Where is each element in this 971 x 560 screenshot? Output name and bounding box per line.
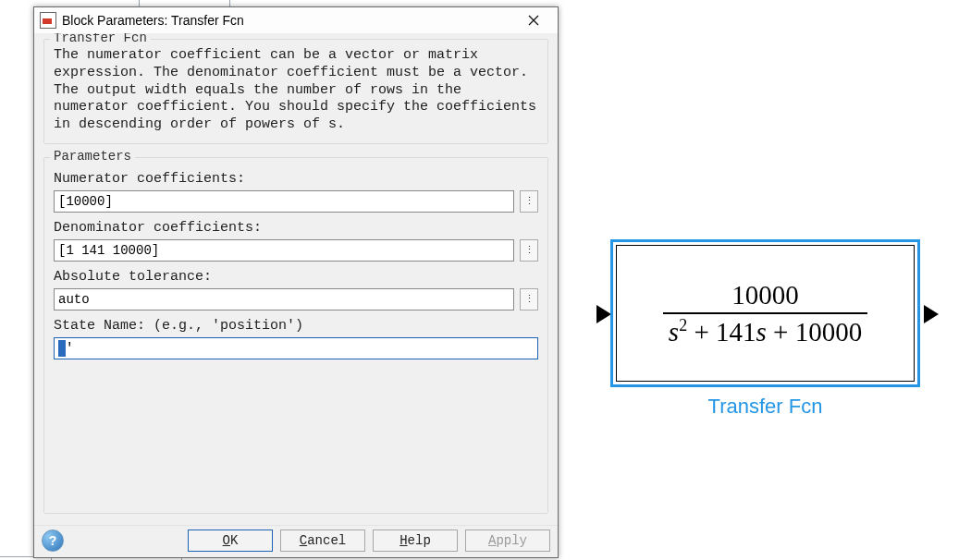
text-cursor-icon xyxy=(58,340,66,357)
numerator-input[interactable] xyxy=(54,190,514,213)
transfer-fcn-block[interactable]: 10000 s2 + 141s + 10000 xyxy=(610,239,920,387)
dialog-body: Transfer Fcn The numerator coefficient c… xyxy=(34,33,558,521)
abstol-label: Absolute tolerance: xyxy=(54,269,538,285)
block-output-port-icon[interactable] xyxy=(924,305,939,323)
numerator-more-button[interactable]: ⋮ xyxy=(520,190,538,213)
denominator-label: Denominator coefficients: xyxy=(54,220,538,236)
parameters-legend: Parameters xyxy=(50,149,135,164)
tf-numerator: 10000 xyxy=(722,280,808,312)
simulink-block-icon xyxy=(40,12,56,29)
apply-button[interactable]: Apply xyxy=(465,530,550,552)
numerator-label: Numerator coefficients: xyxy=(54,171,538,187)
ok-button[interactable]: OK xyxy=(188,530,273,552)
denominator-more-button[interactable]: ⋮ xyxy=(520,239,538,262)
help-icon[interactable]: ? xyxy=(42,530,64,552)
kebab-icon: ⋮ xyxy=(524,244,535,256)
state-name-input[interactable]: ' xyxy=(54,337,538,359)
description-legend: Transfer Fcn xyxy=(50,33,151,45)
kebab-icon: ⋮ xyxy=(524,195,535,207)
abstol-more-button[interactable]: ⋮ xyxy=(520,288,538,310)
kebab-icon: ⋮ xyxy=(524,293,535,305)
description-text: The numerator coefficient can be a vecto… xyxy=(54,47,538,134)
abstol-input[interactable] xyxy=(54,288,514,310)
close-button[interactable] xyxy=(513,8,554,32)
cancel-button[interactable]: Cancel xyxy=(280,530,365,552)
parameters-fieldset: Parameters Numerator coefficients: ⋮ Den… xyxy=(43,157,548,514)
denominator-input[interactable] xyxy=(54,239,514,262)
transfer-fcn-block-face: 10000 s2 + 141s + 10000 xyxy=(616,245,915,382)
tf-denominator: s2 + 141s + 10000 xyxy=(659,314,871,347)
state-name-caret-char: ' xyxy=(66,341,73,356)
description-fieldset: Transfer Fcn The numerator coefficient c… xyxy=(43,39,548,144)
block-parameters-dialog: Block Parameters: Transfer Fcn Transfer … xyxy=(33,6,559,558)
dialog-title: Block Parameters: Transfer Fcn xyxy=(62,13,244,28)
dialog-button-row: ? OK Cancel Help Apply xyxy=(34,525,558,557)
state-name-label: State Name: (e.g., 'position') xyxy=(54,318,538,334)
close-icon xyxy=(528,15,539,26)
dialog-titlebar[interactable]: Block Parameters: Transfer Fcn xyxy=(34,7,558,33)
transfer-fcn-block-label[interactable]: Transfer Fcn xyxy=(610,395,920,419)
block-input-port-icon[interactable] xyxy=(596,305,611,323)
transfer-function-fraction: 10000 s2 + 141s + 10000 xyxy=(659,280,871,347)
help-button[interactable]: Help xyxy=(373,530,458,552)
